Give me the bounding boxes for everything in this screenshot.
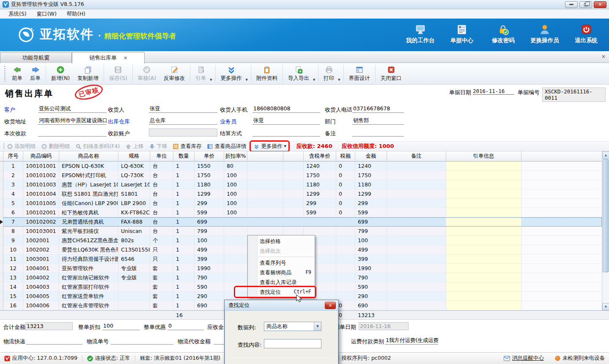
cell-商品编码[interactable]: 100101003: [23, 180, 59, 189]
menu-item-查找定位[interactable]: 查找定位Ctrl+F: [248, 287, 315, 297]
row-indicator[interactable]: [0, 180, 3, 189]
cell-单价[interactable]: 790: [195, 273, 224, 282]
cell-单位[interactable]: 套: [150, 292, 173, 301]
footer-value-合计金额[interactable]: 13213: [25, 322, 73, 330]
toolbar-button-add[interactable]: 新增(N): [47, 64, 74, 83]
statusbar-right-item-0[interactable]: 消息提醒中心: [504, 355, 544, 362]
tab-close-icon[interactable]: ✕: [123, 55, 127, 61]
field-label-业务员[interactable]: 业务员: [220, 118, 236, 126]
field-value-结算方式[interactable]: [252, 129, 320, 137]
find-content-input[interactable]: [264, 339, 321, 348]
cell-商品名称[interactable]: 红管家票据打印软件: [59, 282, 118, 292]
row-indicator[interactable]: [0, 255, 3, 264]
row-indicator[interactable]: [0, 282, 3, 292]
cell-商品名称[interactable]: EPSON针式打印机: [59, 171, 118, 180]
cell-金额[interactable]: 1990: [355, 264, 387, 273]
cell-规格[interactable]: 6546: [118, 255, 150, 264]
cell-数量[interactable]: 1: [173, 199, 195, 208]
menu-item-查看出入库记录[interactable]: 查看出入库记录: [248, 277, 315, 287]
cell-单位[interactable]: 套: [150, 282, 173, 292]
cell-商品编码[interactable]: 1004002: [23, 273, 59, 282]
row-indicator[interactable]: [0, 171, 3, 180]
cell-单价[interactable]: 1180: [195, 180, 224, 189]
cell-金额[interactable]: 799: [355, 227, 387, 236]
toolbar-button-close-win[interactable]: 关闭窗口: [377, 64, 406, 83]
cell-金额[interactable]: 100: [355, 236, 387, 245]
cell-引单信息[interactable]: [446, 245, 521, 255]
toolbar-button-imp-exp[interactable]: 导入导出: [284, 64, 313, 83]
maximize-button[interactable]: [579, 1, 592, 8]
cell-折扣率%[interactable]: [224, 217, 247, 227]
cell-hidden[interactable]: [247, 227, 283, 236]
cell-折扣率%[interactable]: [224, 255, 247, 264]
cell-规格[interactable]: FAX-888: [118, 217, 150, 227]
cell-数量[interactable]: 1: [173, 255, 195, 264]
cell-hidden[interactable]: [283, 180, 304, 189]
cell-数量[interactable]: 1: [173, 282, 195, 292]
column-header-商品名称[interactable]: 商品名称: [59, 151, 118, 161]
cell-折扣率%[interactable]: [224, 236, 247, 245]
cell-规格[interactable]: 专业版: [118, 264, 150, 273]
cell-单价[interactable]: 290: [195, 292, 224, 301]
table-row[interactable]: 4100101004联想 S1801 黑白激光打印S1801台112991001…: [0, 189, 602, 199]
cell-税额[interactable]: 0: [336, 171, 355, 180]
cell-单位[interactable]: 只: [150, 245, 173, 255]
data-column-select[interactable]: 商品名称 ▼: [264, 322, 321, 331]
table-row[interactable]: 3100101003惠普（HP）LaserJet 1020LaserJet 10…: [0, 180, 602, 189]
cell-商品编码[interactable]: 100101001: [23, 161, 59, 171]
toolbar-button-next[interactable]: 后单: [26, 64, 44, 83]
menubar-item-0[interactable]: 系统(S): [3, 9, 32, 19]
dialog-title[interactable]: 查找定位: [225, 300, 338, 311]
cell-规格[interactable]: LaserJet 1020: [118, 180, 150, 189]
cell-序号[interactable]: 8: [3, 227, 23, 236]
cell-hidden[interactable]: [283, 189, 304, 199]
cell-引单信息[interactable]: [446, 189, 521, 199]
cell-商品编码[interactable]: 1004003: [23, 282, 59, 292]
cell-税额[interactable]: [336, 227, 355, 236]
cell-hidden[interactable]: [247, 189, 283, 199]
cell-备注[interactable]: [387, 208, 446, 217]
field-value-客户[interactable]: 亚拓公司测试: [38, 105, 107, 113]
cell-折扣率%[interactable]: 100: [224, 189, 247, 199]
cell-含税单价[interactable]: 299: [304, 199, 336, 208]
cell-序号[interactable]: 9: [3, 236, 23, 245]
cell-数量[interactable]: 1: [173, 245, 195, 255]
cell-商品名称[interactable]: 惠普CH561ZZ黑色墨盒: [59, 236, 118, 245]
cell-含税单价[interactable]: [304, 227, 336, 236]
cell-单价[interactable]: 399: [195, 255, 224, 264]
column-header-备注[interactable]: 备注: [387, 151, 446, 161]
cell-单位[interactable]: 套: [150, 264, 173, 273]
cell-备注[interactable]: [387, 255, 446, 264]
cell-金额[interactable]: 499: [355, 245, 387, 255]
footer-value-物流单号[interactable]: [111, 337, 173, 345]
cell-税额[interactable]: 0: [336, 189, 355, 199]
chevron-down-icon[interactable]: ▼: [314, 322, 321, 331]
scroll-thumb[interactable]: [603, 159, 609, 272]
cell-单位[interactable]: 台: [150, 208, 173, 217]
cell-规格[interactable]: KX-FT862CN: [118, 208, 150, 217]
cell-备注[interactable]: [387, 301, 446, 310]
cell-单价[interactable]: 100: [195, 236, 224, 245]
cell-商品名称[interactable]: 红管家送货单软件: [59, 292, 118, 301]
cell-规格[interactable]: S1801: [118, 189, 150, 199]
cell-含税单价[interactable]: 1750: [304, 171, 336, 180]
cell-hidden[interactable]: [247, 199, 283, 208]
cell-备注[interactable]: [387, 245, 446, 255]
cell-折扣率%[interactable]: [224, 273, 247, 282]
cell-序号[interactable]: 1: [3, 161, 23, 171]
cell-折扣率%[interactable]: 80: [224, 161, 247, 171]
banner-action-doc-center[interactable]: 单据中心: [447, 24, 477, 44]
cell-金额[interactable]: 590: [355, 282, 387, 292]
cell-序号[interactable]: 14: [3, 282, 23, 292]
cell-备注[interactable]: [387, 282, 446, 292]
cell-引单信息[interactable]: [446, 236, 521, 245]
cell-单价[interactable]: 699: [195, 217, 224, 227]
chevron-down-icon[interactable]: ▼: [284, 145, 286, 148]
cell-数量[interactable]: 1: [173, 208, 195, 217]
menubar-item-1[interactable]: 窗口(W): [32, 9, 62, 19]
column-header-引单信息[interactable]: 引单信息: [446, 151, 521, 161]
column-header-hidden-9[interactable]: [283, 151, 304, 161]
cell-引单信息[interactable]: [446, 199, 521, 208]
cell-商品编码[interactable]: 1004006: [23, 301, 59, 310]
cell-单位[interactable]: 只: [150, 255, 173, 264]
